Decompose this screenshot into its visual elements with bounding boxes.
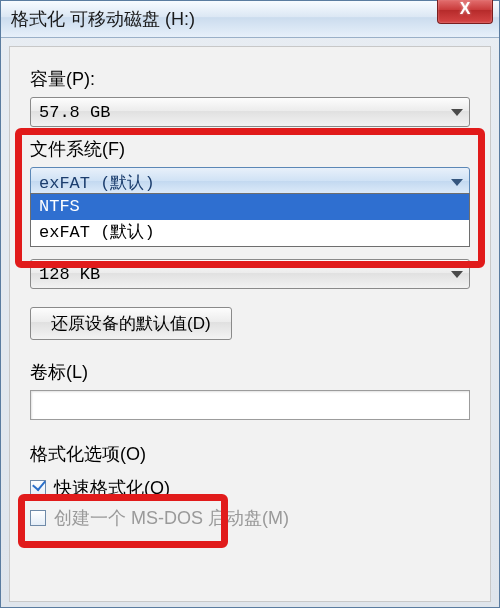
allocation-value: 128 KB (39, 265, 100, 284)
filesystem-value: exFAT (默认) (39, 171, 155, 194)
capacity-combo[interactable]: 57.8 GB (30, 97, 470, 127)
filesystem-option-exfat[interactable]: exFAT (默认) (31, 220, 469, 246)
chevron-down-icon (451, 109, 463, 116)
quick-format-checkbox[interactable] (30, 480, 46, 496)
chevron-down-icon (451, 179, 463, 186)
filesystem-option-ntfs[interactable]: NTFS (31, 194, 469, 220)
filesystem-dropdown: NTFS exFAT (默认) (30, 193, 470, 247)
close-icon: X (460, 0, 471, 17)
quick-format-label: 快速格式化(Q) (54, 476, 170, 500)
quick-format-row[interactable]: 快速格式化(Q) (30, 476, 470, 500)
volume-label-input[interactable] (30, 390, 470, 420)
window-title: 格式化 可移动磁盘 (H:) (11, 7, 195, 31)
filesystem-label: 文件系统(F) (30, 137, 470, 161)
volume-label-label: 卷标(L) (30, 360, 470, 384)
msdos-label: 创建一个 MS-DOS 启动盘(M) (54, 506, 289, 530)
allocation-combo[interactable]: 128 KB (30, 259, 470, 289)
chevron-down-icon (451, 271, 463, 278)
titlebar: 格式化 可移动磁盘 (H:) X (1, 1, 499, 38)
filesystem-section: 文件系统(F) exFAT (默认) NTFS exFAT (默认) (30, 137, 470, 197)
capacity-label: 容量(P): (30, 67, 470, 91)
capacity-value: 57.8 GB (39, 103, 110, 122)
msdos-row: 创建一个 MS-DOS 启动盘(M) (30, 506, 470, 530)
close-button[interactable]: X (437, 0, 493, 24)
msdos-checkbox (30, 510, 46, 526)
client-area: 容量(P): 57.8 GB 文件系统(F) exFAT (默认) NTFS e… (9, 46, 491, 602)
format-options-label: 格式化选项(O) (30, 442, 470, 466)
format-dialog: 格式化 可移动磁盘 (H:) X 容量(P): 57.8 GB 文件系统(F) … (0, 0, 500, 608)
allocation-section: 128 KB (30, 259, 470, 289)
restore-defaults-button[interactable]: 还原设备的默认值(D) (30, 307, 232, 340)
